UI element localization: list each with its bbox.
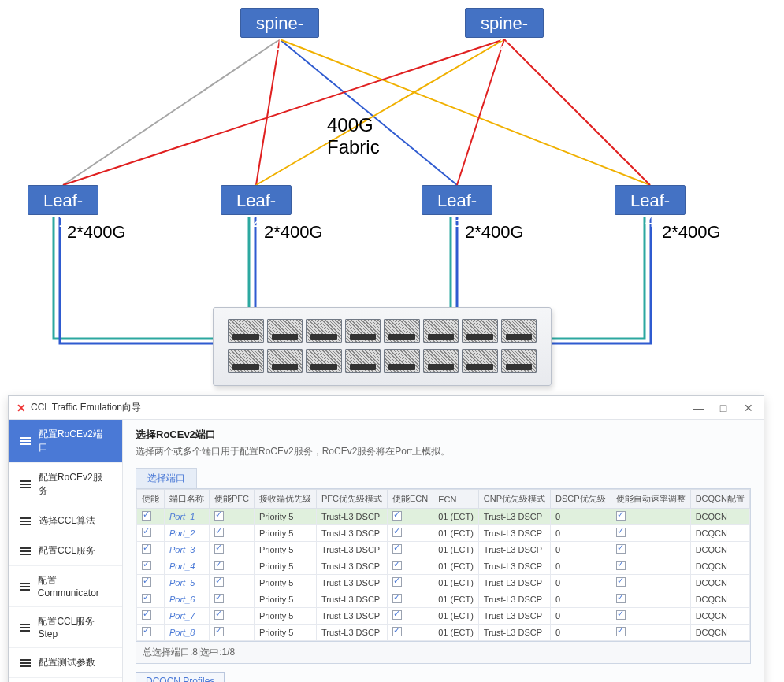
checkbox-icon[interactable]: [142, 610, 151, 620]
sidebar-item-2[interactable]: 选择CCL算法: [9, 506, 122, 536]
checkbox-icon[interactable]: [214, 561, 224, 570]
checkbox-icon[interactable]: [616, 627, 626, 636]
sidebar-item-label: 选择CCL算法: [39, 514, 95, 528]
grid-col-7[interactable]: CNP优先级模式: [478, 490, 550, 509]
network-topology-diagram: spine-1 spine-2 400G Fabric Leaf-1 Leaf-…: [8, 8, 776, 386]
ccl-wizard-dialog: ✕ CCL Traffic Emulation向导 — □ ✕ 配置RoCEv2…: [8, 395, 764, 682]
node-spine-1: spine-1: [240, 8, 319, 38]
wizard-sidebar: 配置RoCEv2端口配置RoCEv2服务选择CCL算法配置CCL服务配置Comm…: [9, 420, 123, 682]
svg-line-1: [256, 39, 280, 185]
menu-icon: [20, 583, 30, 591]
ports-grid[interactable]: 使能端口名称使能PFC接收端优先级PFC优先级模式使能ECNECNCNP优先级模…: [136, 488, 751, 642]
sidebar-item-6[interactable]: 配置测试参数: [9, 648, 122, 678]
table-row[interactable]: Port_2Priority 5Trust-L3 DSCP01 (ECT)Tru…: [137, 525, 750, 542]
table-row[interactable]: Port_4Priority 5Trust-L3 DSCP01 (ECT)Tru…: [137, 558, 750, 575]
checkbox-icon[interactable]: [214, 627, 224, 636]
fabric-word: Fabric: [327, 136, 380, 158]
node-leaf-2: Leaf-2: [221, 185, 292, 215]
table-row[interactable]: Port_5Priority 5Trust-L3 DSCP01 (ECT)Tru…: [137, 575, 750, 591]
window-maximize-icon[interactable]: □: [716, 402, 730, 414]
checkbox-icon[interactable]: [392, 594, 402, 603]
grid-col-2[interactable]: 使能PFC: [210, 490, 255, 509]
dialog-titlebar[interactable]: ✕ CCL Traffic Emulation向导 — □ ✕: [9, 396, 764, 420]
checkbox-icon[interactable]: [214, 594, 224, 603]
menu-icon: [20, 437, 31, 445]
grid-col-0[interactable]: 使能: [137, 490, 165, 509]
checkbox-icon[interactable]: [616, 577, 626, 587]
node-leaf-4: Leaf-4: [615, 185, 686, 215]
appliance-port-row-1: [228, 319, 537, 343]
grid-col-8[interactable]: DSCP优先级: [551, 490, 611, 509]
app-logo-icon: ✕: [17, 402, 26, 414]
grid-col-5[interactable]: 使能ECN: [388, 490, 433, 509]
node-leaf-3: Leaf-3: [422, 185, 492, 215]
grid-col-4[interactable]: PFC优先级模式: [317, 490, 388, 509]
sidebar-item-4[interactable]: 配置Communicator: [9, 566, 122, 607]
checkbox-icon[interactable]: [616, 544, 626, 554]
checkbox-icon[interactable]: [616, 561, 626, 570]
sidebar-item-0[interactable]: 配置RoCEv2端口: [9, 420, 122, 463]
checkbox-icon[interactable]: [616, 528, 626, 537]
checkbox-icon[interactable]: [142, 528, 151, 537]
table-row[interactable]: Port_1Priority 5Trust-L3 DSCP01 (ECT)Tru…: [137, 509, 750, 525]
grid-col-9[interactable]: 使能自动速率调整: [611, 490, 690, 509]
menu-icon: [20, 624, 30, 632]
checkbox-icon[interactable]: [392, 528, 402, 537]
dialog-title: CCL Traffic Emulation向导: [31, 401, 141, 414]
svg-line-2: [280, 39, 457, 185]
checkbox-icon[interactable]: [214, 544, 224, 554]
checkbox-icon[interactable]: [142, 594, 151, 603]
checkbox-icon[interactable]: [616, 511, 626, 521]
svg-line-0: [63, 39, 280, 185]
sidebar-item-7[interactable]: 预览: [9, 678, 122, 682]
bw-label-leaf-1: 2*400G: [67, 222, 126, 243]
table-row[interactable]: Port_3Priority 5Trust-L3 DSCP01 (ECT)Tru…: [137, 542, 750, 558]
checkbox-icon[interactable]: [214, 610, 224, 620]
checkbox-icon[interactable]: [392, 544, 402, 554]
panel-title: 选择RoCEv2端口: [136, 428, 751, 442]
grid-col-1[interactable]: 端口名称: [165, 490, 210, 509]
wizard-main-panel: 选择RoCEv2端口 选择两个或多个端口用于配置RoCEv2服务，RoCEv2服…: [123, 420, 764, 682]
menu-icon: [20, 547, 31, 555]
checkbox-icon[interactable]: [142, 577, 151, 587]
svg-line-4: [63, 39, 504, 185]
table-row[interactable]: Port_6Priority 5Trust-L3 DSCP01 (ECT)Tru…: [137, 591, 750, 608]
sidebar-item-3[interactable]: 配置CCL服务: [9, 536, 122, 566]
checkbox-icon[interactable]: [392, 610, 402, 620]
checkbox-icon[interactable]: [214, 511, 224, 521]
sidebar-item-label: 配置CCL服务Step: [38, 615, 111, 639]
checkbox-icon[interactable]: [392, 511, 402, 521]
grid-col-10[interactable]: DCQCN配置: [690, 490, 749, 509]
window-minimize-icon[interactable]: —: [691, 402, 705, 414]
dcqcn-profiles-button[interactable]: DCQCN Profiles: [136, 672, 225, 682]
table-row[interactable]: Port_7Priority 5Trust-L3 DSCP01 (ECT)Tru…: [137, 608, 750, 625]
grid-status-text: 总选择端口:8|选中:1/8: [136, 642, 751, 664]
node-leaf-1: Leaf-1: [28, 185, 98, 215]
menu-icon: [20, 517, 31, 525]
table-row[interactable]: Port_8Priority 5Trust-L3 DSCP01 (ECT)Tru…: [137, 625, 750, 641]
checkbox-icon[interactable]: [142, 627, 151, 636]
checkbox-icon[interactable]: [214, 528, 224, 537]
checkbox-icon[interactable]: [142, 511, 151, 521]
checkbox-icon[interactable]: [142, 561, 151, 570]
checkbox-icon[interactable]: [616, 610, 626, 620]
checkbox-icon[interactable]: [214, 577, 224, 587]
svg-line-3: [280, 39, 650, 185]
checkbox-icon[interactable]: [392, 561, 402, 570]
fabric-speed: 400G: [327, 114, 380, 136]
window-close-icon[interactable]: ✕: [741, 402, 756, 414]
fabric-label: 400G Fabric: [327, 114, 380, 158]
sidebar-item-1[interactable]: 配置RoCEv2服务: [9, 463, 122, 506]
menu-icon: [20, 659, 31, 667]
sidebar-item-label: 配置测试参数: [39, 656, 95, 669]
checkbox-icon[interactable]: [392, 577, 402, 587]
sidebar-item-5[interactable]: 配置CCL服务Step: [9, 607, 122, 648]
grid-col-6[interactable]: ECN: [433, 490, 479, 509]
checkbox-icon[interactable]: [392, 627, 402, 636]
checkbox-icon[interactable]: [142, 544, 151, 554]
svg-line-5: [256, 39, 504, 185]
bw-label-leaf-4: 2*400G: [662, 222, 721, 243]
tab-select-ports[interactable]: 选择端口: [136, 468, 197, 488]
grid-col-3[interactable]: 接收端优先级: [255, 490, 317, 509]
checkbox-icon[interactable]: [616, 594, 626, 603]
